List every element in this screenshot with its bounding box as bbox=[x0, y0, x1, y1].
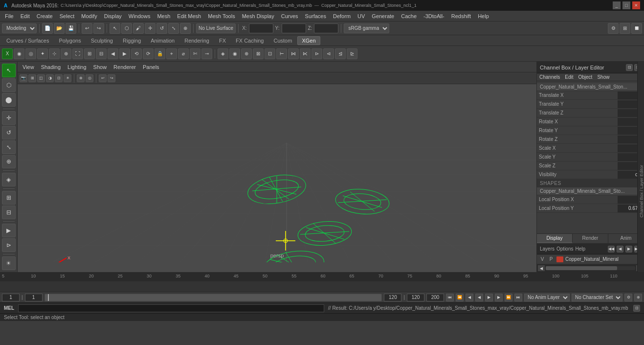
help-menu[interactable]: Help bbox=[575, 246, 585, 252]
tab-rendering[interactable]: Rendering bbox=[180, 36, 214, 45]
menu-item-cache[interactable]: Cache bbox=[398, 12, 420, 20]
status-icon-btn[interactable]: ⊡ bbox=[633, 305, 640, 312]
layers-menu[interactable]: Layers bbox=[540, 246, 555, 252]
panel-float-btn[interactable]: ⊡ bbox=[626, 64, 633, 71]
tab-sculpting[interactable]: Sculpting bbox=[87, 36, 117, 45]
tool19[interactable]: ◈ bbox=[218, 48, 228, 59]
tab-xgen[interactable]: XGen bbox=[297, 36, 320, 45]
cb-shapes-row-local-position-y[interactable]: Local Position Y bbox=[537, 204, 644, 213]
char-set-select[interactable]: No Character Set bbox=[572, 294, 622, 301]
tool16[interactable]: ⌀ bbox=[178, 48, 189, 59]
redo-button[interactable]: ↪ bbox=[93, 23, 104, 34]
anim-ref-btn[interactable]: ⊕ bbox=[634, 294, 642, 301]
tool26[interactable]: ⋉ bbox=[300, 48, 311, 59]
cb-row-rotate-y[interactable]: Rotate Y bbox=[537, 126, 644, 135]
tool4[interactable]: ✦ bbox=[37, 48, 48, 59]
tool21[interactable]: ⊕ bbox=[241, 48, 252, 59]
tool13[interactable]: ⟳ bbox=[143, 48, 154, 59]
undo-button[interactable]: ↩ bbox=[82, 23, 92, 34]
lighting-menu[interactable]: Lighting bbox=[65, 63, 89, 71]
playback-range-input[interactable] bbox=[426, 294, 444, 301]
xgen-active-btn[interactable]: X bbox=[2, 48, 13, 59]
layer-row[interactable]: V P Copper_Natural_Mineral bbox=[537, 254, 644, 264]
tab-custom[interactable]: Custom bbox=[269, 36, 297, 45]
tool25[interactable]: ⋈ bbox=[288, 48, 299, 59]
play-end-btn[interactable]: ⏭ bbox=[514, 294, 522, 301]
menu-item-help[interactable]: Help bbox=[475, 12, 492, 20]
color-space-dropdown[interactable]: sRGB gamma bbox=[344, 23, 389, 33]
universal-button[interactable]: ⊕ bbox=[180, 23, 191, 34]
save-button[interactable]: 💾 bbox=[66, 23, 76, 34]
scroll-thumb[interactable] bbox=[546, 266, 617, 270]
menu-item-deform[interactable]: Deform bbox=[330, 12, 354, 20]
tool6[interactable]: ⊕ bbox=[61, 48, 71, 59]
z-input[interactable] bbox=[314, 23, 338, 33]
cb-shapes-row-local-position-x[interactable]: Local Position X bbox=[537, 195, 644, 204]
tool17[interactable]: ✄ bbox=[190, 48, 200, 59]
snap-curve-btn[interactable]: ⊟ bbox=[2, 206, 16, 219]
menu-item-create[interactable]: Create bbox=[34, 12, 56, 20]
show-menu-item[interactable]: Show bbox=[595, 73, 612, 81]
open-button[interactable]: 📂 bbox=[54, 23, 65, 34]
x-input[interactable] bbox=[249, 23, 273, 33]
cb-row-rotate-x[interactable]: Rotate X bbox=[537, 117, 644, 126]
scale-button[interactable]: ⤡ bbox=[168, 23, 179, 34]
tool23[interactable]: ⊡ bbox=[265, 48, 275, 59]
move-tool-btn[interactable]: ✛ bbox=[2, 111, 16, 125]
viewport-panel[interactable]: View Shading Lighting Show Renderer Pane… bbox=[18, 62, 536, 272]
attribute-editor-side-tab[interactable]: Channel Box / Layer Editor bbox=[637, 62, 644, 272]
tab-curves---surfaces[interactable]: Curves / Surfaces bbox=[2, 36, 53, 45]
soft-sel-btn[interactable]: ◈ bbox=[2, 173, 16, 186]
menu-item-windows[interactable]: Windows bbox=[126, 12, 154, 20]
menu-item-mesh-display[interactable]: Mesh Display bbox=[239, 12, 277, 20]
light-btn[interactable]: ☀ bbox=[2, 256, 16, 270]
cb-row-scale-x[interactable]: Scale X bbox=[537, 144, 644, 153]
snap-button[interactable]: 🔲 bbox=[631, 23, 642, 34]
rotate-button[interactable]: ↺ bbox=[156, 23, 167, 34]
display-tab[interactable]: Display bbox=[537, 234, 573, 243]
tab-fx[interactable]: FX bbox=[215, 36, 230, 45]
playback-end-input[interactable] bbox=[407, 294, 424, 301]
maximize-button[interactable]: □ bbox=[622, 1, 630, 9]
vp-shade-btn[interactable]: ◑ bbox=[46, 74, 54, 82]
tool2[interactable]: ◉ bbox=[14, 48, 24, 59]
timeline-slider[interactable] bbox=[44, 294, 382, 301]
tool28[interactable]: ⊲ bbox=[323, 48, 334, 59]
view-menu[interactable]: View bbox=[20, 63, 37, 71]
vp-redo-btn[interactable]: ↪ bbox=[108, 74, 115, 82]
timeline-panel[interactable]: 5101520253035404550556065707580859095100… bbox=[0, 272, 644, 292]
tool22[interactable]: ⊠ bbox=[253, 48, 264, 59]
current-frame-input[interactable] bbox=[2, 294, 20, 301]
next-frame-btn[interactable]: ▶ bbox=[495, 294, 503, 301]
menu-item-uv[interactable]: UV bbox=[355, 12, 368, 20]
universal-tool-btn[interactable]: ⊕ bbox=[2, 155, 16, 169]
tool24[interactable]: ⊢ bbox=[276, 48, 287, 59]
select-button[interactable]: ↖ bbox=[110, 23, 120, 34]
prev-key-btn[interactable]: ◀ bbox=[466, 294, 473, 301]
layer-scroll-left2[interactable]: ◀◀ bbox=[608, 246, 615, 253]
cb-row-scale-z[interactable]: Scale Z bbox=[537, 161, 644, 170]
layer-playback[interactable]: P bbox=[548, 256, 555, 262]
object-menu-item[interactable]: Object bbox=[576, 73, 595, 81]
tool20[interactable]: ◉ bbox=[229, 48, 240, 59]
y-input[interactable] bbox=[282, 23, 306, 33]
cb-row-visibility[interactable]: Visibility bbox=[537, 170, 644, 179]
layer-color-swatch[interactable] bbox=[556, 256, 563, 262]
menu-item-file[interactable]: File bbox=[2, 12, 17, 20]
scroll-left-btn[interactable]: ◀ bbox=[538, 265, 545, 271]
menu-item-edit[interactable]: Edit bbox=[18, 12, 33, 20]
tab-rigging[interactable]: Rigging bbox=[118, 36, 145, 45]
tool5[interactable]: ⊹ bbox=[49, 48, 60, 59]
edit-menu-item[interactable]: Edit bbox=[562, 73, 576, 81]
menu-item-mesh-tools[interactable]: Mesh Tools bbox=[205, 12, 238, 20]
layer-scrollbar[interactable]: ◀ ▶ bbox=[537, 264, 644, 272]
vp-undo-btn[interactable]: ↩ bbox=[99, 74, 107, 82]
layer-scroll-right[interactable]: ▶ bbox=[625, 246, 632, 253]
show-menu[interactable]: Show bbox=[90, 63, 110, 71]
render-tab[interactable]: Render bbox=[573, 234, 608, 243]
rotate-tool-btn[interactable]: ↺ bbox=[2, 126, 16, 139]
new-scene-button[interactable]: 📄 bbox=[42, 23, 53, 34]
tab-fx-caching[interactable]: FX Caching bbox=[231, 36, 268, 45]
menu-item-select[interactable]: Select bbox=[57, 12, 78, 20]
cb-row-translate-z[interactable]: Translate Z bbox=[537, 109, 644, 117]
